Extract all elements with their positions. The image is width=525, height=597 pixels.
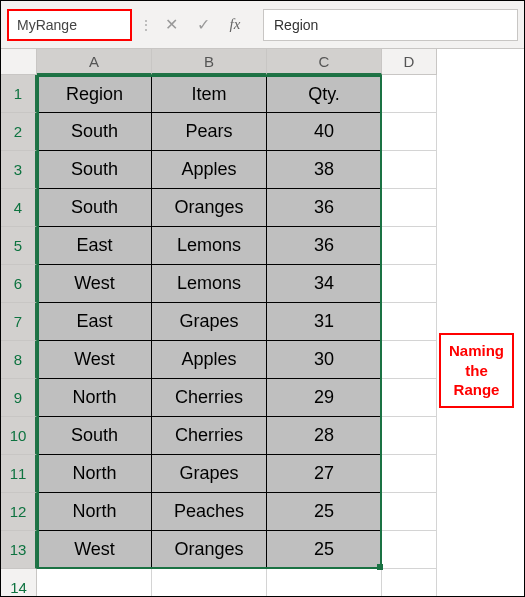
- cell-a2[interactable]: South: [37, 113, 152, 151]
- cancel-icon[interactable]: ✕: [159, 13, 183, 37]
- cell-a14[interactable]: [37, 569, 152, 597]
- row-header-4[interactable]: 4: [1, 189, 37, 227]
- row-header-6[interactable]: 6: [1, 265, 37, 303]
- cell-a9[interactable]: North: [37, 379, 152, 417]
- cell-b14[interactable]: [152, 569, 267, 597]
- col-header-a[interactable]: A: [37, 49, 152, 75]
- formula-bar: MyRange ⋮ ✕ ✓ fx Region: [1, 1, 524, 49]
- cell-b6[interactable]: Lemons: [152, 265, 267, 303]
- cell-d9[interactable]: [382, 379, 437, 417]
- cell-c7[interactable]: 31: [267, 303, 382, 341]
- fx-icon[interactable]: fx: [223, 13, 247, 37]
- cell-b4[interactable]: Oranges: [152, 189, 267, 227]
- annotation-line3: Range: [449, 380, 504, 400]
- row-header-11[interactable]: 11: [1, 455, 37, 493]
- row-header-1[interactable]: 1: [1, 75, 37, 113]
- separator-icon: ⋮: [140, 18, 151, 32]
- cell-c2[interactable]: 40: [267, 113, 382, 151]
- cell-a4[interactable]: South: [37, 189, 152, 227]
- row-header-5[interactable]: 5: [1, 227, 37, 265]
- cell-a10[interactable]: South: [37, 417, 152, 455]
- cell-d14[interactable]: [382, 569, 437, 597]
- formula-input[interactable]: Region: [263, 9, 518, 41]
- cell-b2[interactable]: Pears: [152, 113, 267, 151]
- annotation-line2: the: [449, 361, 504, 381]
- cell-c3[interactable]: 38: [267, 151, 382, 189]
- cell-d7[interactable]: [382, 303, 437, 341]
- cell-d10[interactable]: [382, 417, 437, 455]
- cell-b10[interactable]: Cherries: [152, 417, 267, 455]
- cell-b11[interactable]: Grapes: [152, 455, 267, 493]
- cell-a12[interactable]: North: [37, 493, 152, 531]
- cell-b9[interactable]: Cherries: [152, 379, 267, 417]
- cell-b13[interactable]: Oranges: [152, 531, 267, 569]
- cell-c4[interactable]: 36: [267, 189, 382, 227]
- cell-c8[interactable]: 30: [267, 341, 382, 379]
- cell-c11[interactable]: 27: [267, 455, 382, 493]
- cell-d11[interactable]: [382, 455, 437, 493]
- cell-b12[interactable]: Peaches: [152, 493, 267, 531]
- cell-c14[interactable]: [267, 569, 382, 597]
- cell-d13[interactable]: [382, 531, 437, 569]
- col-header-d[interactable]: D: [382, 49, 437, 75]
- select-all-corner[interactable]: [1, 49, 37, 75]
- cell-d2[interactable]: [382, 113, 437, 151]
- cell-c9[interactable]: 29: [267, 379, 382, 417]
- cell-c5[interactable]: 36: [267, 227, 382, 265]
- cell-c12[interactable]: 25: [267, 493, 382, 531]
- cell-d3[interactable]: [382, 151, 437, 189]
- cell-d8[interactable]: [382, 341, 437, 379]
- cell-b5[interactable]: Lemons: [152, 227, 267, 265]
- row-header-12[interactable]: 12: [1, 493, 37, 531]
- row-header-9[interactable]: 9: [1, 379, 37, 417]
- row-header-8[interactable]: 8: [1, 341, 37, 379]
- cell-c13[interactable]: 25: [267, 531, 382, 569]
- row-header-14[interactable]: 14: [1, 569, 37, 597]
- grid-container: A B C D 1 Region Item Qty. 2 South Pears…: [1, 49, 524, 597]
- cell-d5[interactable]: [382, 227, 437, 265]
- enter-icon[interactable]: ✓: [191, 13, 215, 37]
- row-header-3[interactable]: 3: [1, 151, 37, 189]
- cell-a13[interactable]: West: [37, 531, 152, 569]
- cell-a1[interactable]: Region: [37, 75, 152, 113]
- cell-a8[interactable]: West: [37, 341, 152, 379]
- cell-a7[interactable]: East: [37, 303, 152, 341]
- cell-a11[interactable]: North: [37, 455, 152, 493]
- cell-a6[interactable]: West: [37, 265, 152, 303]
- col-header-c[interactable]: C: [267, 49, 382, 75]
- col-header-b[interactable]: B: [152, 49, 267, 75]
- cell-d4[interactable]: [382, 189, 437, 227]
- cell-d1[interactable]: [382, 75, 437, 113]
- row-header-10[interactable]: 10: [1, 417, 37, 455]
- annotation-line1: Naming: [449, 341, 504, 361]
- spreadsheet-grid[interactable]: A B C D 1 Region Item Qty. 2 South Pears…: [1, 49, 524, 597]
- cell-c6[interactable]: 34: [267, 265, 382, 303]
- name-box[interactable]: MyRange: [7, 9, 132, 41]
- cell-b3[interactable]: Apples: [152, 151, 267, 189]
- row-header-2[interactable]: 2: [1, 113, 37, 151]
- cell-b8[interactable]: Apples: [152, 341, 267, 379]
- cell-a3[interactable]: South: [37, 151, 152, 189]
- annotation-box: Naming the Range: [439, 333, 514, 408]
- cell-d12[interactable]: [382, 493, 437, 531]
- row-header-13[interactable]: 13: [1, 531, 37, 569]
- cell-b1[interactable]: Item: [152, 75, 267, 113]
- cell-c10[interactable]: 28: [267, 417, 382, 455]
- cell-b7[interactable]: Grapes: [152, 303, 267, 341]
- cell-d6[interactable]: [382, 265, 437, 303]
- cell-a5[interactable]: East: [37, 227, 152, 265]
- cell-c1[interactable]: Qty.: [267, 75, 382, 113]
- row-header-7[interactable]: 7: [1, 303, 37, 341]
